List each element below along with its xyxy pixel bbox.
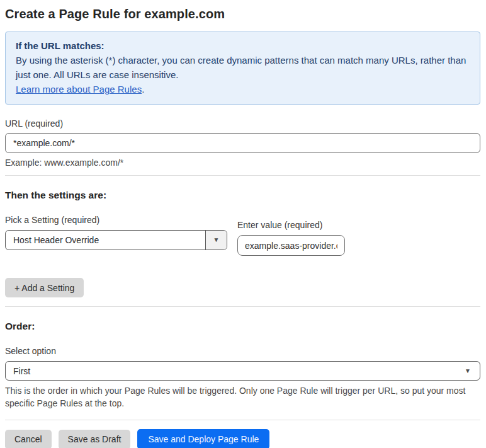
chevron-down-icon: ▼ [213, 237, 220, 243]
save-as-draft-button[interactable]: Save as Draft [59, 430, 131, 448]
divider [5, 420, 480, 420]
settings-row: Pick a Setting (required) Host Header Ov… [5, 215, 480, 256]
settings-heading: Then the settings are: [5, 190, 480, 201]
info-box-heading: If the URL matches: [16, 38, 470, 53]
order-helper: This is the order in which your Page Rul… [5, 384, 476, 410]
divider [5, 306, 480, 307]
order-heading: Order: [5, 321, 480, 332]
setting-select[interactable]: Host Header Override ▼ [5, 230, 227, 250]
divider [5, 175, 480, 176]
url-helper: Example: www.example.com/* [5, 158, 480, 168]
url-match-info-box: If the URL matches: By using the asteris… [5, 32, 480, 105]
add-setting-button[interactable]: + Add a Setting [5, 278, 84, 297]
url-input[interactable] [5, 133, 480, 153]
cancel-button[interactable]: Cancel [5, 430, 52, 448]
setting-value-label: Enter value (required) [237, 220, 345, 230]
link-suffix: . [142, 84, 144, 95]
info-box-link-line: Learn more about Page Rules. [16, 82, 470, 96]
footer-actions: Cancel Save as Draft Save and Deploy Pag… [5, 429, 480, 448]
setting-select-value: Host Header Override [6, 231, 205, 250]
setting-select-arrow-button[interactable]: ▼ [205, 231, 227, 250]
page-title: Create a Page Rule for example.com [5, 5, 480, 23]
setting-value-column: Enter value (required) [237, 220, 345, 256]
save-and-deploy-button[interactable]: Save and Deploy Page Rule [137, 429, 269, 448]
url-label: URL (required) [5, 118, 480, 129]
order-select-label: Select option [5, 346, 480, 356]
learn-more-link[interactable]: Learn more about Page Rules [16, 84, 142, 95]
page-rule-form: Create a Page Rule for example.com If th… [0, 0, 486, 448]
order-select-value: First [6, 362, 465, 380]
order-select-arrow: ▼ [465, 362, 480, 380]
setting-value-input[interactable] [237, 235, 345, 256]
setting-select-label: Pick a Setting (required) [5, 215, 227, 225]
order-select[interactable]: First ▼ [5, 361, 480, 381]
setting-picker-column: Pick a Setting (required) Host Header Ov… [5, 215, 227, 250]
info-box-body: By using the asterisk (*) character, you… [16, 53, 470, 82]
chevron-down-icon: ▼ [465, 368, 471, 374]
